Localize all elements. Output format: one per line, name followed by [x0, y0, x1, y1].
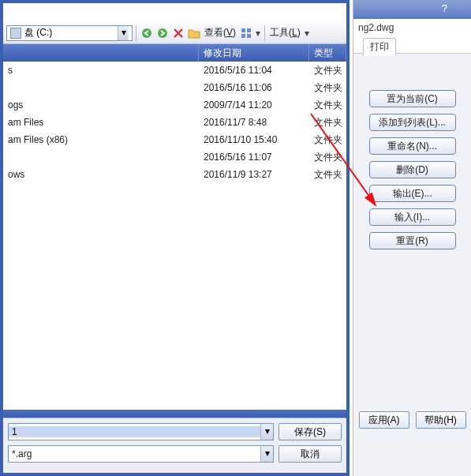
drive-icon — [10, 28, 21, 39]
chevron-down-icon[interactable]: ▾ — [118, 26, 129, 40]
help-icon[interactable]: ? — [442, 2, 447, 14]
forward-icon[interactable] — [155, 26, 170, 40]
col-name[interactable] — [3, 44, 199, 62]
svg-point-0 — [142, 28, 151, 38]
cell-date: 2016/11/7 8:48 — [199, 117, 309, 128]
save-button[interactable]: 保存(S) — [278, 423, 342, 440]
chevron-down-icon[interactable]: ▾ — [260, 424, 273, 440]
doc-filename: ng2.dwg — [358, 22, 394, 33]
cell-date: 2016/11/9 13:27 — [199, 169, 309, 180]
set-current-button[interactable]: 置为当前(C) — [369, 90, 456, 107]
panel-titlebar: ? — [353, 0, 471, 19]
cell-name: am Files (x86) — [3, 134, 199, 145]
reset-button[interactable]: 重置(R) — [369, 232, 456, 249]
file-list[interactable]: s2016/5/16 11:04文件夹2016/5/16 11:06文件夹ogs… — [3, 62, 346, 431]
cell-date: 2016/5/16 11:04 — [199, 65, 309, 76]
svg-point-1 — [158, 28, 167, 38]
chevron-down-icon[interactable]: ▾ — [304, 26, 310, 40]
chevron-down-icon[interactable]: ▾ — [255, 26, 261, 40]
table-row[interactable]: 2016/5/16 11:06文件夹 — [3, 79, 346, 96]
back-icon[interactable] — [140, 26, 154, 40]
table-row[interactable]: s2016/5/16 11:04文件夹 — [3, 62, 346, 79]
table-row[interactable]: am Files2016/11/7 8:48文件夹 — [3, 114, 346, 131]
filter-combo[interactable]: *.arg ▾ — [8, 445, 274, 463]
cell-type: 文件夹 — [309, 133, 346, 147]
view-mode-icon[interactable] — [239, 26, 253, 40]
cell-type: 文件夹 — [309, 81, 346, 95]
tab-print[interactable]: 打印 — [363, 38, 396, 56]
cell-date: 2016/5/16 11:07 — [199, 152, 309, 163]
delete-button[interactable]: 删除(D) — [369, 161, 456, 178]
dialog-bottom: 1 ▾ 保存(S) *.arg ▾ 取消 — [3, 418, 346, 473]
cell-name: am Files — [3, 117, 199, 128]
cell-type: 文件夹 — [309, 151, 346, 164]
divider — [3, 410, 346, 418]
filter-input[interactable]: *.arg — [9, 448, 260, 459]
close-icon[interactable] — [327, 7, 342, 23]
help-button[interactable]: 帮助(H) — [416, 411, 466, 429]
svg-rect-5 — [247, 34, 251, 38]
rename-button[interactable]: 重命名(N)... — [369, 137, 456, 155]
table-row[interactable]: am Files (x86)2016/11/10 15:40文件夹 — [3, 131, 346, 148]
separator — [264, 25, 265, 41]
delete-icon[interactable] — [171, 26, 185, 40]
add-to-list-button[interactable]: 添加到列表(L)... — [369, 114, 456, 131]
table-row[interactable]: ogs2009/7/14 11:20文件夹 — [3, 96, 346, 114]
cell-name: ows — [3, 169, 199, 180]
list-header: 修改日期 类型 — [3, 44, 346, 62]
table-row[interactable]: ows2016/11/9 13:27文件夹 — [3, 166, 346, 183]
filename-input[interactable]: 1 — [9, 426, 260, 437]
apply-button[interactable]: 应用(A) — [359, 411, 409, 429]
import-button[interactable]: 输入(I)... — [369, 208, 456, 226]
table-row[interactable]: 2016/5/16 11:07文件夹 — [3, 148, 346, 166]
cell-name: s — [3, 65, 199, 76]
view-menu[interactable]: 查看(V) — [203, 26, 237, 39]
new-folder-icon[interactable] — [187, 26, 201, 40]
cancel-button[interactable]: 取消 — [278, 445, 342, 463]
path-label: 盘 (C:) — [24, 26, 52, 39]
path-dropdown[interactable]: 盘 (C:) ▾ — [6, 25, 133, 41]
separator — [136, 25, 136, 41]
col-type[interactable]: 类型 — [309, 44, 346, 62]
col-date[interactable]: 修改日期 — [199, 44, 309, 62]
chevron-down-icon[interactable]: ▾ — [260, 446, 273, 462]
cell-type: 文件夹 — [309, 99, 346, 112]
cell-date: 2009/7/14 11:20 — [199, 99, 309, 111]
dialog-toolbar: 盘 (C:) ▾ 查看(V) ▾ 工具(L) ▾ — [3, 22, 346, 44]
cell-type: 文件夹 — [309, 116, 346, 129]
cell-date: 2016/11/10 15:40 — [199, 134, 309, 145]
svg-rect-2 — [241, 28, 245, 32]
svg-rect-4 — [241, 34, 245, 38]
right-panel: ? ng2.dwg 打印 置为当前(C) 添加到列表(L)... 重命名(N).… — [353, 0, 471, 476]
cell-type: 文件夹 — [309, 64, 346, 77]
svg-rect-3 — [247, 28, 251, 32]
cell-name: ogs — [3, 99, 199, 111]
file-save-dialog: 盘 (C:) ▾ 查看(V) ▾ 工具(L) ▾ 修改日期 类型 s2016/5… — [0, 0, 350, 476]
export-button[interactable]: 输出(E)... — [369, 185, 456, 202]
cell-type: 文件夹 — [309, 168, 346, 182]
tab-strip: ng2.dwg 打印 — [353, 19, 471, 54]
filename-combo[interactable]: 1 ▾ — [8, 423, 274, 440]
cell-date: 2016/5/16 11:06 — [199, 82, 309, 93]
tools-menu[interactable]: 工具(L) — [268, 26, 302, 39]
